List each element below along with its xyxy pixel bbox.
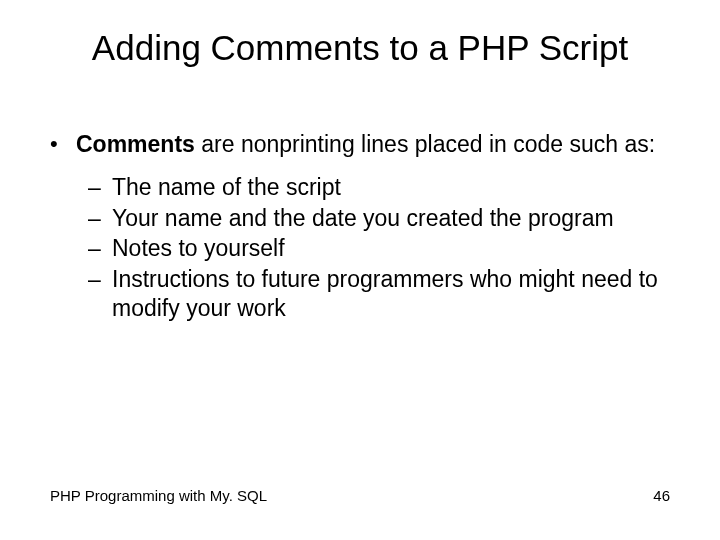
slide-title: Adding Comments to a PHP Script [0, 28, 720, 68]
dash-marker: – [88, 265, 112, 294]
page-number: 46 [653, 487, 670, 504]
bullet-text: Comments are nonprinting lines placed in… [76, 130, 680, 159]
sub-bullet-text: Instructions to future programmers who m… [112, 265, 680, 323]
list-item: – The name of the script [88, 173, 680, 202]
sub-bullet-list: – The name of the script – Your name and… [88, 173, 680, 323]
dash-marker: – [88, 173, 112, 202]
list-item: – Your name and the date you created the… [88, 204, 680, 233]
sub-bullet-text: The name of the script [112, 173, 680, 202]
sub-bullet-text: Notes to yourself [112, 234, 680, 263]
dash-marker: – [88, 234, 112, 263]
dash-marker: – [88, 204, 112, 233]
slide-content: • Comments are nonprinting lines placed … [50, 130, 680, 325]
bullet-bold-lead: Comments [76, 131, 195, 157]
list-item: – Notes to yourself [88, 234, 680, 263]
sub-bullet-text: Your name and the date you created the p… [112, 204, 680, 233]
list-item: – Instructions to future programmers who… [88, 265, 680, 323]
bullet-item: • Comments are nonprinting lines placed … [50, 130, 680, 159]
footer-source: PHP Programming with My. SQL [50, 487, 267, 504]
bullet-marker: • [50, 130, 76, 158]
slide: Adding Comments to a PHP Script • Commen… [0, 0, 720, 540]
bullet-rest: are nonprinting lines placed in code suc… [195, 131, 655, 157]
